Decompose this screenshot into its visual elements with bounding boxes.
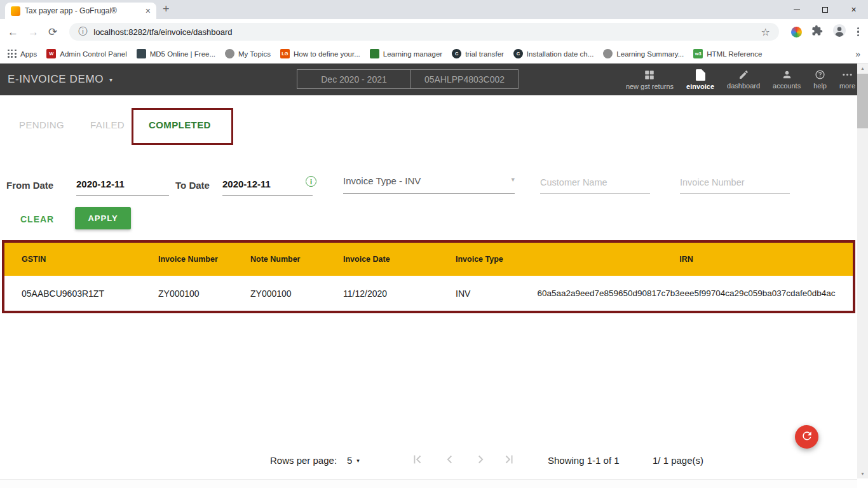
bookmark-favicon: C <box>452 49 461 58</box>
bookmark-item[interactable]: Learning Summary... <box>603 49 684 58</box>
url-text[interactable]: localhost:8282/tfa/einvoice/dashboard <box>93 27 232 37</box>
last-page-button[interactable] <box>501 451 517 468</box>
bookmark-label: MD5 Online | Free... <box>150 50 215 58</box>
gstin-selector[interactable]: 05AHLPP4803C002 <box>410 69 519 89</box>
next-page-button[interactable] <box>472 451 489 468</box>
from-date-input[interactable] <box>76 179 169 196</box>
apps-shortcut[interactable]: Apps <box>8 50 37 58</box>
window-maximize-button[interactable] <box>811 0 839 19</box>
cell-invoice-type: INV <box>456 288 534 299</box>
column-header-invoice-date: Invoice Date <box>343 255 456 264</box>
new-tab-button[interactable]: + <box>163 3 170 16</box>
vertical-scrollbar[interactable]: ▲ ▼ <box>857 64 868 478</box>
horizontal-scrollbar-track <box>0 479 857 488</box>
bookmark-item[interactable]: LG How to define your... <box>280 49 360 58</box>
apply-button[interactable]: APPLY <box>75 207 131 229</box>
from-date-label: From Date <box>6 180 53 191</box>
invoice-type-select[interactable]: Invoice Type - INV ▾ <box>343 175 515 194</box>
refresh-fab-button[interactable] <box>795 425 818 449</box>
column-header-invoice-type: Invoice Type <box>456 255 534 264</box>
nav-label: help <box>813 82 827 90</box>
bookmark-label: trial transfer <box>465 50 504 58</box>
customer-name-input[interactable] <box>540 177 650 194</box>
cell-irn: 60a5aa2a9eed7e859650d90817c7b3eee5f99704… <box>534 288 839 298</box>
cell-invoice-number: ZY000100 <box>158 288 250 299</box>
document-icon <box>696 69 705 81</box>
bookmark-label: My Topics <box>238 50 271 58</box>
period-selector[interactable]: Dec 2020 - 2021 <box>297 69 411 89</box>
back-icon[interactable]: ← <box>8 27 18 37</box>
window-minimize-button[interactable] <box>782 0 811 19</box>
site-favicon <box>11 6 20 16</box>
previous-page-button[interactable] <box>442 451 458 468</box>
bookmark-label: Learning Summary... <box>616 50 684 58</box>
bookmark-item[interactable]: MD5 Online | Free... <box>137 49 215 58</box>
chevron-down-icon: ▾ <box>356 458 360 464</box>
info-icon[interactable]: i <box>306 176 316 187</box>
scrollbar-down-icon[interactable]: ▼ <box>857 469 868 478</box>
bookmark-label: HTML Reference <box>707 50 762 58</box>
table-header-row: GSTIN Invoice Number Note Number Invoice… <box>4 243 853 276</box>
bookmark-item[interactable]: Learning manager <box>370 49 442 58</box>
page-count-text: 1/ 1 page(s) <box>653 455 703 466</box>
extension-color-icon[interactable] <box>791 27 802 37</box>
browser-menu-icon[interactable] <box>856 26 860 38</box>
tab-pending[interactable]: PENDING <box>19 119 64 130</box>
forward-icon[interactable]: → <box>28 27 39 37</box>
einvoice-page: PENDING FAILED COMPLETED From Date To Da… <box>0 95 868 488</box>
bookmarks-overflow-icon[interactable]: » <box>855 49 860 59</box>
profile-avatar[interactable] <box>832 24 846 40</box>
bookmark-item[interactable]: w3 HTML Reference <box>693 49 762 58</box>
apps-label: Apps <box>20 50 37 58</box>
invoice-number-input[interactable] <box>680 177 790 194</box>
cell-gstin: 05AABCU9603R1ZT <box>22 288 158 299</box>
app-title: E-INVOICE DEMO <box>8 73 104 86</box>
header-nav: new gst returns einvoice dashboard accou… <box>620 64 862 95</box>
nav-item-accounts[interactable]: accounts <box>766 64 807 95</box>
bookmark-item[interactable]: W Admin Control Panel <box>46 49 126 58</box>
bookmark-item[interactable]: C trial transfer <box>452 49 504 58</box>
to-date-input[interactable] <box>222 179 313 196</box>
bookmark-favicon: W <box>46 49 56 58</box>
bookmark-favicon: LG <box>280 49 290 58</box>
scrollbar-up-icon[interactable]: ▲ <box>857 64 868 73</box>
ellipsis-icon <box>842 69 853 80</box>
bookmark-favicon <box>370 49 379 58</box>
nav-item-dashboard[interactable]: dashboard <box>721 64 766 95</box>
page-info-icon[interactable]: ⓘ <box>78 26 87 37</box>
help-icon <box>815 69 825 80</box>
person-icon <box>782 69 792 80</box>
tab-failed[interactable]: FAILED <box>90 119 125 130</box>
nav-item-einvoice[interactable]: einvoice <box>680 64 721 95</box>
bookmark-favicon <box>603 49 613 58</box>
nav-label: einvoice <box>686 83 714 90</box>
browser-titlebar: Tax payer app - GoFrugal® × + × <box>0 0 868 19</box>
window-close-button[interactable]: × <box>839 0 868 19</box>
reload-icon[interactable]: ⟳ <box>48 27 57 37</box>
invoice-type-value: Invoice Type - INV <box>343 175 421 186</box>
url-bar[interactable]: ⓘ localhost:8282/tfa/einvoice/dashboard … <box>69 23 779 41</box>
extensions-puzzle-icon[interactable] <box>811 25 823 39</box>
bookmarks-bar: Apps W Admin Control Panel MD5 Online | … <box>0 44 868 64</box>
nav-item-help[interactable]: help <box>807 64 833 95</box>
browser-tab[interactable]: Tax payer app - GoFrugal® × <box>5 3 156 19</box>
completed-tab-annotation-box <box>132 108 233 145</box>
chevron-down-icon: ▾ <box>109 76 113 83</box>
tab-title: Tax payer app - GoFrugal® <box>25 6 141 15</box>
bookmark-item[interactable]: C Installation date ch... <box>513 49 593 58</box>
first-page-button[interactable] <box>409 451 426 468</box>
app-title-menu[interactable]: E-INVOICE DEMO ▾ <box>8 64 113 95</box>
bookmark-item[interactable]: My Topics <box>225 49 271 58</box>
rows-per-page-label: Rows per page: <box>270 455 337 466</box>
scrollbar-thumb[interactable] <box>857 74 868 128</box>
maximize-icon <box>822 7 828 13</box>
clear-button[interactable]: CLEAR <box>20 214 54 224</box>
nav-item-new-gst-returns[interactable]: new gst returns <box>620 64 680 95</box>
rows-per-page-select[interactable]: 5 ▾ <box>347 455 360 466</box>
table-annotation-box: GSTIN Invoice Number Note Number Invoice… <box>2 240 855 313</box>
bookmark-star-icon[interactable]: ☆ <box>761 26 770 38</box>
bookmark-favicon: C <box>513 49 523 58</box>
nav-label: more <box>839 82 855 90</box>
table-row[interactable]: 05AABCU9603R1ZT ZY000100 ZY000100 11/12/… <box>4 276 853 311</box>
tab-close-icon[interactable]: × <box>146 6 151 15</box>
